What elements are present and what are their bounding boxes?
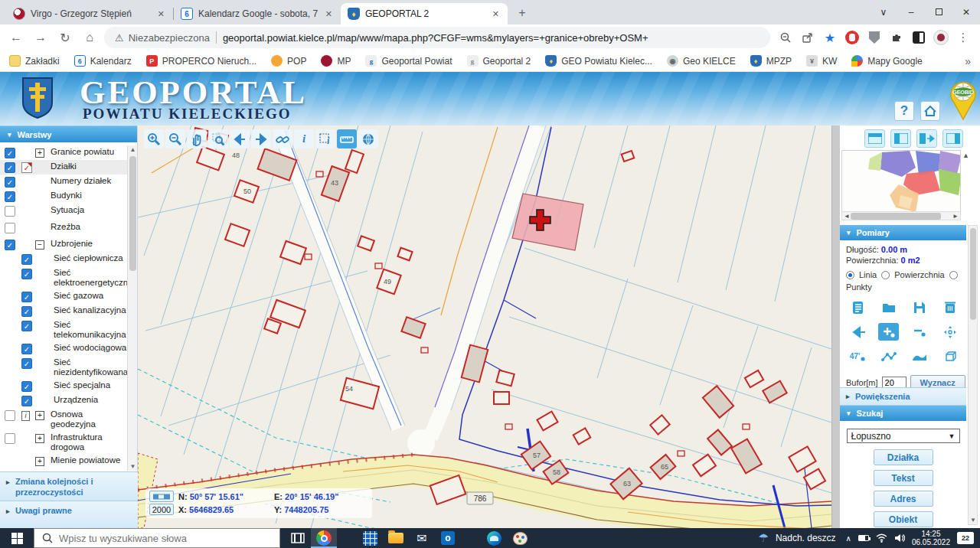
close-icon[interactable]: ✕ [324, 9, 334, 19]
undo-point-button[interactable] [848, 323, 868, 341]
bookmark-zak-adki[interactable]: Zakładki [9, 55, 60, 67]
layer-row-urządzenia[interactable]: ✓Urządzenia [0, 393, 128, 408]
layer-row-sieć-telekomunikacyjna[interactable]: ✓Sieć telekomunikacyjna [0, 318, 128, 341]
layout-left-button[interactable] [890, 129, 911, 148]
layer-row-budynki[interactable]: ✓Budynki [0, 189, 128, 204]
layer-row-numery-działek[interactable]: ✓Numery działek [0, 175, 128, 189]
search-address-button[interactable]: Adres [874, 491, 933, 507]
sidebar-scrollbar[interactable]: ▲ ▼ [127, 145, 137, 471]
layer-row-sieć-kanalizacyjna[interactable]: ✓Sieć kanalizacyjna [0, 304, 128, 318]
layer-checkbox[interactable]: ✓ [5, 162, 15, 173]
layout-top-button[interactable] [864, 129, 885, 148]
radio-area[interactable] [881, 271, 890, 279]
tab-search-chevron-icon[interactable]: ∨ [870, 7, 897, 18]
layer-checkbox[interactable]: ✓ [5, 177, 15, 188]
bookmark-geo-kielce[interactable]: ◉Geo KIELCE [667, 55, 736, 67]
search-header[interactable]: ▾ Szukaj [840, 406, 966, 421]
share-icon[interactable] [800, 30, 815, 45]
chrome-taskbar-icon[interactable] [311, 528, 337, 548]
layer-row-sieć-niezidentyfikowana[interactable]: ✓Sieć niezidentyfikowana [0, 356, 128, 379]
layer-checkbox[interactable]: ✓ [21, 344, 32, 354]
remove-point-button[interactable] [909, 323, 929, 341]
save-button[interactable] [909, 298, 929, 316]
expand-plus-icon[interactable]: + [35, 434, 44, 443]
mail-app-icon[interactable]: ✉ [409, 528, 435, 548]
file-explorer-icon[interactable] [383, 528, 409, 548]
measurements-header[interactable]: ▾ Pomiary [840, 225, 966, 240]
layer-row-sieć-elektroenergetyczna[interactable]: ✓Sieć elektroenergetyczna [0, 266, 128, 289]
header-home-button[interactable] [920, 101, 940, 121]
layer-row-sieć-ciepłownicza[interactable]: ✓Sieć ciepłownicza [0, 252, 128, 266]
overview-scroll-up-icon[interactable]: ▲ [962, 152, 969, 159]
globe-button[interactable] [358, 129, 378, 148]
layer-row-sieć-wodociągowa[interactable]: ✓Sieć wodociągowa [0, 341, 128, 356]
bookmark-geo-powiatu-kielec[interactable]: ♦GEO Powiatu Kielec... [545, 55, 652, 67]
layer-checkbox[interactable] [5, 206, 15, 217]
layer-row-rzeźba[interactable]: Rzeźba [0, 220, 128, 237]
expand-minus-icon[interactable]: − [35, 240, 44, 250]
expand-plus-icon[interactable]: + [35, 411, 44, 420]
map-viewport[interactable]: 485043495457586365786 i i N: 50° 57' 15.… [138, 126, 831, 528]
layers-panel-header[interactable]: ▾ Warstwy [0, 126, 137, 142]
scrollbar-thumb[interactable] [129, 156, 136, 271]
bookmark-kw[interactable]: ¥KW [806, 55, 837, 67]
browser-menu-icon[interactable]: ⋮ [956, 30, 971, 45]
back-button[interactable]: ← [6, 28, 26, 47]
layer-checkbox[interactable]: ✓ [21, 254, 32, 265]
overview-map[interactable] [841, 150, 961, 220]
layer-checkbox[interactable]: ✓ [21, 306, 32, 317]
zoom-in-button[interactable] [144, 129, 164, 148]
security-warning[interactable]: ⚠ Niezabezpieczona [115, 32, 210, 44]
layer-row-osnowa-geodezyjna[interactable]: i+Osnowa geodezyjna [0, 408, 128, 431]
cadastral-map[interactable]: 485043495457586365786 [138, 126, 831, 528]
layer-checkbox[interactable]: ✓ [5, 191, 15, 202]
taskbar-search[interactable] [34, 528, 280, 548]
weather-text[interactable]: Nadch. deszcz [776, 533, 836, 543]
profile-avatar[interactable] [933, 30, 949, 45]
close-window-button[interactable]: ✕ [952, 7, 980, 18]
search-text-button[interactable]: Tekst [874, 470, 933, 486]
taskbar-search-input[interactable] [59, 533, 250, 544]
url-text[interactable]: geoportal.powiat.kielce.pl/map/www/mapa.… [223, 32, 648, 44]
layer-row-infrastruktura-drogowa[interactable]: +Infrastruktura drogowa [0, 431, 128, 454]
angle-measure-button[interactable]: 47' [848, 347, 868, 365]
grid-app-icon[interactable] [357, 528, 383, 548]
layer-checkbox[interactable]: ✓ [5, 240, 15, 250]
hidden-icons-chevron[interactable]: ∧ [846, 534, 851, 543]
expand-plus-icon[interactable]: + [35, 457, 44, 466]
scroll-up-icon[interactable]: ▲ [128, 146, 138, 153]
geobid-logo-pin[interactable]: GEOBID [943, 73, 980, 121]
bookmark-geoportal-2[interactable]: gGeoportal 2 [467, 55, 531, 67]
volume-icon[interactable] [894, 533, 905, 543]
search-object-button[interactable]: Obiekt [874, 511, 933, 527]
forward-button[interactable]: → [31, 28, 51, 47]
bookmark-properco-nieruch[interactable]: PPROPERCO Nieruch... [146, 55, 256, 67]
layout-move-button[interactable] [916, 129, 937, 148]
paint-icon[interactable] [507, 528, 533, 548]
search-parcel-button[interactable]: Działka [874, 449, 933, 465]
layer-row-mienie-powiatowe[interactable]: +Mienie powiatowe [0, 454, 128, 468]
layer-row-sieć-gazowa[interactable]: ✓Sieć gazowa [0, 289, 128, 304]
layer-checkbox[interactable]: ✓ [5, 148, 15, 158]
layer-checkbox[interactable] [5, 223, 15, 233]
area-measure-button[interactable] [909, 347, 929, 365]
layer-checkbox[interactable]: ✓ [21, 321, 32, 331]
url-box[interactable]: ⚠ Niezabezpieczona geoportal.powiat.kiel… [104, 27, 770, 48]
layer-row-sytuacja[interactable]: Sytuacja [0, 204, 128, 220]
radio-points[interactable] [949, 271, 958, 279]
measure-button[interactable] [337, 129, 357, 148]
link-button[interactable] [273, 129, 292, 148]
scroll-down-icon[interactable]: ▼ [128, 463, 138, 470]
select-info-button[interactable]: i [315, 129, 335, 148]
layer-row-granice-powiatu[interactable]: ✓+Granice powiatu [0, 145, 128, 160]
minimize-button[interactable]: – [897, 7, 925, 18]
start-button[interactable] [0, 528, 34, 548]
municipality-select[interactable]: Łopuszno ▼ [847, 429, 960, 443]
radio-line[interactable] [846, 271, 854, 279]
layer-row-sieć-specjalna[interactable]: ✓Sieć specjalna [0, 379, 128, 393]
reload-button[interactable]: ↻ [55, 28, 75, 47]
polyline-measure-button[interactable] [878, 347, 899, 365]
help-button[interactable]: ? [894, 101, 914, 121]
info-icon[interactable]: i [21, 411, 30, 421]
maximize-button[interactable] [925, 7, 952, 18]
